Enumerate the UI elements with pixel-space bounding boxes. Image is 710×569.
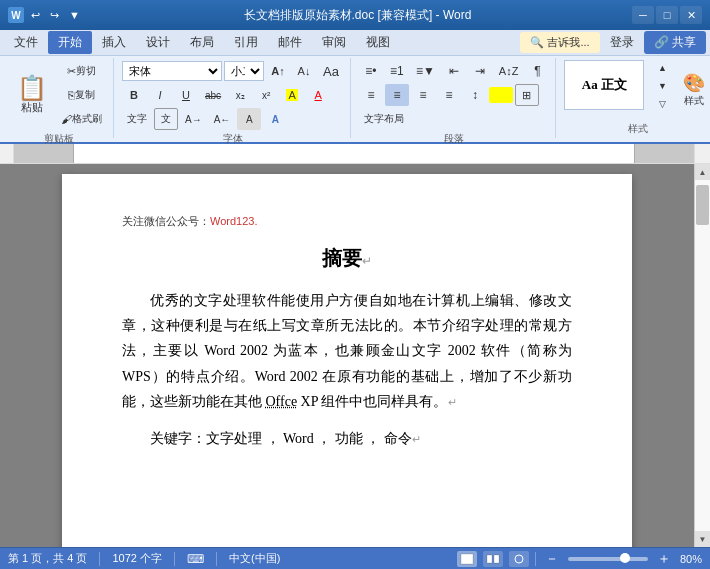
font-size-down-button[interactable]: A↓ [292, 60, 316, 82]
redo-button[interactable]: ↪ [47, 8, 62, 23]
minimize-button[interactable]: ─ [632, 6, 654, 24]
char-shading-button[interactable]: A [237, 108, 261, 130]
styles-scroll: ▲ ▼ ▽ [650, 60, 674, 112]
app-icon: W [8, 7, 24, 23]
tell-me-input[interactable]: 🔍 吉诉我... [520, 32, 599, 53]
undo-button[interactable]: ↩ [28, 8, 43, 23]
scroll-down-button[interactable]: ▼ [695, 531, 710, 547]
login-button[interactable]: 登录 [600, 31, 644, 54]
share-button[interactable]: 🔗 共享 [644, 31, 706, 54]
read-view-icon [486, 553, 500, 565]
italic-button[interactable]: I [148, 84, 172, 106]
title-bar: W ↩ ↪ ▼ 长文档排版原始素材.doc [兼容模式] - Word ─ □ … [0, 0, 710, 30]
cut-button[interactable]: ✂ 剪切 [56, 60, 107, 82]
styles-scroll-down[interactable]: ▼ [650, 78, 674, 94]
font-compress-button[interactable]: A← [209, 108, 236, 130]
justify-button[interactable]: ≡ [437, 84, 461, 106]
font-size-up-button[interactable]: A↑ [266, 60, 290, 82]
scroll-up-button[interactable]: ▲ [695, 164, 710, 180]
page-canvas[interactable]: 关注微信公众号：Word123. 摘要↵ 优秀的文字处理软件能使用户方便自如地在… [0, 164, 694, 547]
styles-expand[interactable]: ▽ [650, 96, 674, 112]
multilevel-list-button[interactable]: ≡▼ [411, 60, 440, 82]
styles-pane-btn-group: 🎨 样式 [676, 60, 710, 120]
view-web-button[interactable] [509, 551, 529, 567]
font-name-select[interactable]: 宋体 [122, 61, 222, 81]
strikethrough-button[interactable]: abc [200, 84, 226, 106]
clear-format-button[interactable]: Aa [318, 60, 344, 82]
ruler-ticks [74, 144, 634, 164]
sort-button[interactable]: A↕Z [494, 60, 524, 82]
paste-button[interactable]: 📋 粘贴 [10, 65, 54, 125]
text-effects-button[interactable]: A [263, 108, 287, 130]
superscript-button[interactable]: x² [254, 84, 278, 106]
zoom-level: 80% [680, 553, 702, 565]
ribbon-group-clipboard: 📋 粘贴 ✂ 剪切 ⎘ 复制 🖌 格式刷 [4, 58, 114, 138]
para-row2: ≡ ≡ ≡ ≡ ↕ ⊞ [359, 84, 549, 106]
menu-view[interactable]: 视图 [356, 31, 400, 54]
decrease-indent-button[interactable]: ⇤ [442, 60, 466, 82]
increase-indent-button[interactable]: ⇥ [468, 60, 492, 82]
copy-button[interactable]: ⎘ 复制 [56, 84, 107, 106]
menu-layout[interactable]: 布局 [180, 31, 224, 54]
styles-pane-button[interactable]: 🎨 样式 [676, 65, 710, 115]
paste-icon: 📋 [17, 76, 47, 100]
print-view-icon [460, 553, 474, 565]
menu-mailings[interactable]: 邮件 [268, 31, 312, 54]
bold-button[interactable]: B [122, 84, 146, 106]
keywords-line: 关键字：文字处理 ， Word ， 功能 ， 命令↵ [122, 426, 572, 451]
styles-icon: 🎨 [683, 72, 705, 94]
format-painter-button[interactable]: 🖌 格式刷 [56, 108, 107, 130]
menu-design[interactable]: 设计 [136, 31, 180, 54]
window-controls: ─ □ ✕ [632, 6, 702, 24]
ruler-corner [0, 144, 14, 163]
clipboard-secondary: ✂ 剪切 ⎘ 复制 🖌 格式刷 [56, 60, 107, 130]
zoom-out-button[interactable]: － [542, 551, 562, 567]
subscript-button[interactable]: x₂ [228, 84, 252, 106]
line-spacing-button[interactable]: ↕ [463, 84, 487, 106]
menu-insert[interactable]: 插入 [92, 31, 136, 54]
zoom-slider[interactable] [568, 557, 648, 561]
shading-button[interactable] [489, 87, 513, 103]
zoom-in-button[interactable]: ＋ [654, 551, 674, 567]
numbered-list-button[interactable]: ≡1 [385, 60, 409, 82]
view-read-button[interactable] [483, 551, 503, 567]
font-color-button[interactable]: A [306, 84, 330, 106]
scroll-track[interactable] [695, 180, 710, 531]
menu-references[interactable]: 引用 [224, 31, 268, 54]
main-area: 关注微信公众号：Word123. 摘要↵ 优秀的文字处理软件能使用户方便自如地在… [0, 164, 710, 547]
web-view-icon [512, 553, 526, 565]
align-left-button[interactable]: ≡ [359, 84, 383, 106]
font-expand-button[interactable]: A→ [180, 108, 207, 130]
bullet-list-button[interactable]: ≡• [359, 60, 383, 82]
align-right-button[interactable]: ≡ [411, 84, 435, 106]
scrollbar-right: ▲ ▼ [694, 164, 710, 547]
zoom-thumb[interactable] [620, 553, 630, 563]
highlight-button[interactable]: A [280, 84, 304, 106]
paragraph-controls: ≡• ≡1 ≡▼ ⇤ ⇥ A↕Z ¶ ≡ ≡ ≡ ≡ ↕ ⊞ [359, 60, 549, 130]
font-size-select[interactable]: 小二 [224, 61, 264, 81]
maximize-button[interactable]: □ [656, 6, 678, 24]
view-print-button[interactable] [457, 551, 477, 567]
char-border-button[interactable]: 文 [154, 108, 178, 130]
ribbon-group-font: 宋体 小二 A↑ A↓ Aa B I U abc x₂ x² [116, 58, 351, 138]
ruler [0, 144, 710, 164]
align-center-button[interactable]: ≡ [385, 84, 409, 106]
document-page: 关注微信公众号：Word123. 摘要↵ 优秀的文字处理软件能使用户方便自如地在… [62, 174, 632, 547]
menu-bar: 文件 开始 插入 设计 布局 引用 邮件 审阅 视图 🔍 吉诉我... 登录 🔗… [0, 30, 710, 56]
styles-gallery[interactable]: Aa 正文 [564, 60, 644, 110]
scroll-thumb[interactable] [696, 185, 709, 225]
menu-review[interactable]: 审阅 [312, 31, 356, 54]
phonetic-button[interactable]: 文字 [122, 108, 152, 130]
styles-scroll-up[interactable]: ▲ [650, 60, 674, 76]
menu-home[interactable]: 开始 [48, 31, 92, 54]
styles-row: Aa 正文 ▲ ▼ ▽ 🎨 样式 [564, 60, 710, 120]
underline-button[interactable]: U [174, 84, 198, 106]
quick-access-dropdown[interactable]: ▼ [66, 8, 83, 22]
input-method-icon: ⌨ [187, 552, 204, 566]
borders-button[interactable]: ⊞ [515, 84, 539, 106]
show-marks-button[interactable]: ¶ [525, 60, 549, 82]
ribbon-groups: 📋 粘贴 ✂ 剪切 ⎘ 复制 🖌 格式刷 [4, 58, 706, 138]
chinese-layout-button[interactable]: 文字布局 [359, 108, 409, 130]
close-button[interactable]: ✕ [680, 6, 702, 24]
menu-file[interactable]: 文件 [4, 31, 48, 54]
